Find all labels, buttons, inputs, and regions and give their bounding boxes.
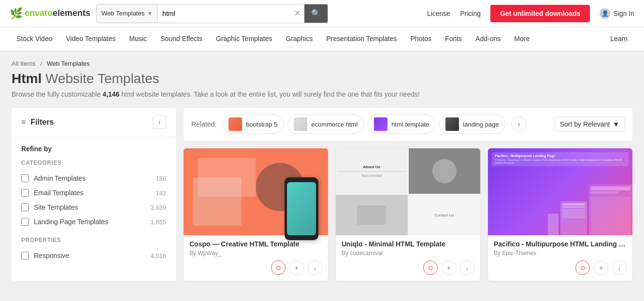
breadcrumb-all-items[interactable]: All Items [12, 60, 36, 67]
screen-phone [548, 214, 558, 235]
filter-landing-checkbox[interactable] [21, 218, 29, 226]
tag-bs5-label: bootstrap 5 [246, 121, 277, 128]
refine-by-label: Refine by [21, 145, 166, 153]
product-name-uniqlo: Uniqlo - Minimal HTML Template [342, 240, 474, 248]
filter-responsive-count: 4,016 [150, 252, 166, 259]
tags-next-button[interactable]: › [511, 116, 527, 132]
breadcrumb-area: All Items / Web Templates [0, 51, 644, 71]
product-card-cospo[interactable]: Cospo — Creative HTML Template By WpWay_… [184, 148, 328, 281]
product-actions-pacifico: ⊙ + ↓ [494, 260, 627, 275]
sort-label: Sort by Relevant [560, 120, 610, 128]
product-thumb-uniqlo: About Us Team Member Contact Us [336, 148, 480, 235]
nav-item-music[interactable]: Music [122, 27, 154, 51]
breadcrumb: All Items / Web Templates [12, 60, 632, 67]
product-author-uniqlo: By codecarnival [342, 250, 474, 257]
tag-ec-label: ecommerce html [311, 121, 358, 128]
product-card-pacifico[interactable]: Pacifico - Multipurpose Landing Page 6 V… [488, 148, 632, 281]
tag-ht-thumb [374, 117, 387, 131]
license-link[interactable]: License [427, 10, 450, 17]
filters-collapse-button[interactable]: ‹ [153, 115, 166, 129]
tag-bootstrap5[interactable]: bootstrap 5 [222, 115, 284, 134]
preview-button-cospo[interactable]: ⊙ [271, 260, 286, 275]
nav-item-video-templates[interactable]: Video Templates [59, 27, 122, 51]
download-button-cospo[interactable]: ↓ [308, 260, 322, 275]
search-icon: 🔍 [311, 9, 321, 17]
filter-site-checkbox[interactable] [21, 203, 29, 211]
search-bar: Web Templates ▼ ✕ 🔍 [96, 4, 328, 23]
page-subtitle: Browse the fully customizable 4,146 html… [0, 90, 644, 108]
product-info-cospo: Cospo — Creative HTML Template By WpWay_… [184, 235, 328, 281]
filter-admin-count: 186 [156, 175, 166, 182]
bookmark-button-cospo[interactable]: + [289, 260, 304, 275]
tag-lp-thumb [445, 117, 459, 131]
filter-admin-label[interactable]: Admin Templates [34, 174, 156, 182]
pacifico-content: Pacifico - Multipurpose Landing Page 6 V… [488, 148, 632, 173]
bookmark-button-uniqlo[interactable]: + [442, 260, 456, 275]
product-actions-uniqlo: ⊙ + ↓ [342, 260, 474, 275]
filter-landing-label[interactable]: Landing Page Templates [34, 218, 150, 226]
tag-landing-page[interactable]: landing page [439, 115, 505, 134]
filter-responsive-checkbox[interactable] [21, 252, 29, 259]
content-area: All Items / Web Templates Html Website T… [0, 51, 644, 301]
logo[interactable]: 🌿 envatoelements [10, 7, 90, 20]
breadcrumb-current: Web Templates [47, 60, 90, 67]
sort-select[interactable]: Sort by Relevant ▼ [555, 117, 625, 131]
nav-item-graphic-templates[interactable]: Graphic Templates [209, 27, 279, 51]
download-button-uniqlo[interactable]: ↓ [460, 260, 474, 275]
pacifico-title-bar: Pacifico - Multipurpose Landing Page 6 V… [492, 152, 629, 166]
tag-ec-thumb [294, 117, 307, 131]
nav-item-learn[interactable]: Learn [603, 27, 634, 51]
preview-button-pacifico[interactable]: ⊙ [575, 260, 590, 275]
screen-desktop [589, 185, 632, 235]
filter-site-count: 3,639 [150, 204, 166, 211]
nav-item-presentation-templates[interactable]: Presentation Templates [319, 27, 403, 51]
signin-link[interactable]: 👤 Sign In [600, 8, 634, 19]
product-thumb-cospo [184, 148, 328, 235]
filter-site-templates[interactable]: Site Templates 3,639 [21, 200, 166, 215]
search-clear-button[interactable]: ✕ [290, 9, 304, 18]
nav-item-stock-video[interactable]: Stock Video [10, 27, 59, 51]
search-category-dropdown[interactable]: Web Templates ▼ [97, 4, 157, 23]
phone-mockup [285, 177, 318, 240]
tag-lp-label: landing page [463, 121, 499, 128]
nav-item-sound-effects[interactable]: Sound Effects [154, 27, 209, 51]
nav-item-fonts[interactable]: Fonts [438, 27, 469, 51]
filter-landing-page-templates[interactable]: Landing Page Templates 1,655 [21, 215, 166, 229]
product-author-cospo: By WpWay_ [189, 250, 322, 257]
header-links: License Pricing Get unlimited downloads … [427, 5, 634, 22]
tag-ecommerce-html[interactable]: ecommerce html [287, 115, 364, 134]
product-card-uniqlo[interactable]: About Us Team Member Contact Us [336, 148, 480, 281]
page-title: Html Website Templates [12, 71, 632, 86]
download-button-pacifico[interactable]: ↓ [612, 260, 627, 275]
pricing-link[interactable]: Pricing [460, 10, 481, 17]
results-area: Related: bootstrap 5 ecommerce html html… [184, 108, 632, 281]
nav-item-photos[interactable]: Photos [404, 27, 439, 51]
filter-responsive-label[interactable]: Responsive [34, 252, 150, 259]
search-submit-button[interactable]: 🔍 [304, 4, 328, 23]
tag-bs5-thumb [229, 117, 242, 131]
cta-button[interactable]: Get unlimited downloads [490, 5, 590, 22]
filter-responsive[interactable]: Responsive 4,016 [21, 248, 166, 263]
related-label: Related: [191, 120, 216, 128]
filter-email-templates[interactable]: Email Templates 182 [21, 186, 166, 200]
filter-landing-count: 1,655 [150, 218, 166, 226]
filters-body: Refine by Categories Admin Templates 186… [12, 137, 176, 271]
filter-email-label[interactable]: Email Templates [34, 189, 156, 197]
bookmark-button-pacifico[interactable]: + [594, 260, 608, 275]
breadcrumb-separator: / [40, 60, 42, 67]
preview-button-uniqlo[interactable]: ⊙ [423, 260, 438, 275]
search-input[interactable] [157, 4, 290, 23]
nav-item-more[interactable]: More [507, 27, 536, 51]
filter-email-checkbox[interactable] [21, 189, 29, 197]
filter-admin-checkbox[interactable] [21, 174, 29, 182]
filters-label: Filters [30, 118, 54, 127]
filter-site-label[interactable]: Site Templates [34, 203, 150, 211]
filter-admin-templates[interactable]: Admin Templates 186 [21, 171, 166, 186]
tag-html-template[interactable]: html template [368, 115, 435, 134]
header: 🌿 envatoelements Web Templates ▼ ✕ 🔍 Lic… [0, 0, 644, 27]
product-name-cospo: Cospo — Creative HTML Template [189, 240, 322, 248]
related-tags: Related: bootstrap 5 ecommerce html html… [184, 108, 632, 141]
filters-header: ≡ Filters ‹ [12, 108, 176, 137]
nav-item-graphics[interactable]: Graphics [279, 27, 319, 51]
nav-item-add-ons[interactable]: Add-ons [469, 27, 507, 51]
